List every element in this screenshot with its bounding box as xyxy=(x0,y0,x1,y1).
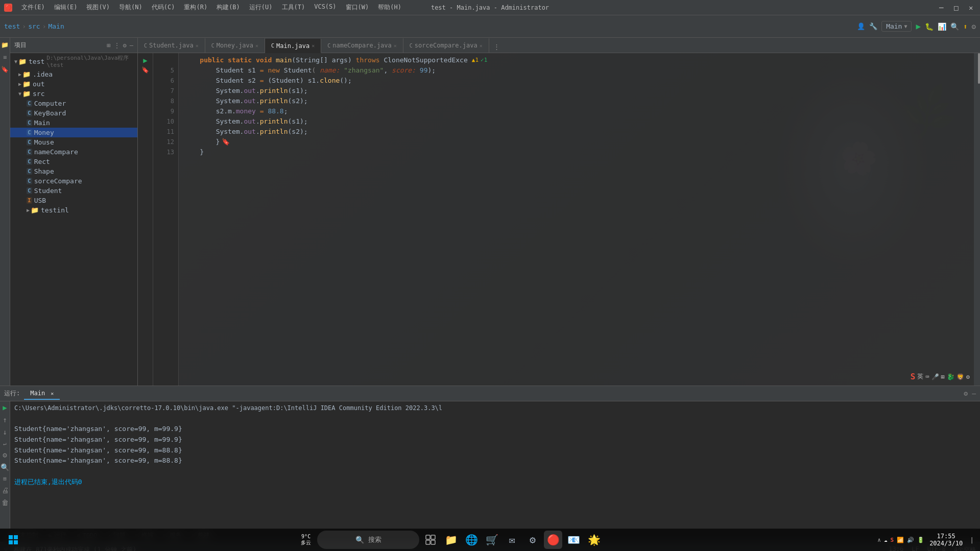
start-button[interactable] xyxy=(4,531,22,549)
breadcrumb-project[interactable]: test xyxy=(4,22,20,30)
bookmark-gutter-icon[interactable]: 🔖 xyxy=(141,66,149,74)
menu-run[interactable]: 运行(U) xyxy=(245,2,277,13)
run-tab[interactable]: Main ✕ xyxy=(24,388,60,400)
ime-icon4[interactable]: 🦁 xyxy=(957,373,964,380)
menu-build[interactable]: 构建(B) xyxy=(212,2,244,13)
run-button[interactable]: ▶ xyxy=(916,21,921,31)
tree-item-keyboard[interactable]: C KeyBoard xyxy=(10,108,137,118)
sidebar-action-gear[interactable]: ⚙ xyxy=(123,42,127,49)
taskbar-mail[interactable]: ✉ xyxy=(503,531,521,549)
debug-button[interactable]: 🐛 xyxy=(925,22,934,31)
breadcrumb-src[interactable]: src xyxy=(28,22,40,30)
tray-speaker[interactable]: 🔊 xyxy=(907,537,914,543)
tray-ime[interactable]: S xyxy=(891,537,894,543)
tree-item-usb[interactable]: I USB xyxy=(10,196,137,205)
tab-close-icon[interactable]: ✕ xyxy=(51,391,54,396)
menu-view[interactable]: 视图(V) xyxy=(82,2,114,13)
code-content[interactable]: public static void main(String[] args) t… xyxy=(179,53,974,386)
tree-item-test[interactable]: ▼ 📁 test D:\personal\Java\Java程序\test xyxy=(10,53,137,69)
tree-item-main[interactable]: C Main xyxy=(10,118,137,128)
ime-mic[interactable]: 🎤 xyxy=(931,373,939,380)
sidebar-action-minimize[interactable]: — xyxy=(130,42,133,49)
structure-icon[interactable]: ≡ xyxy=(2,52,8,62)
menu-vcs[interactable]: VCS(S) xyxy=(310,2,340,13)
tray-battery[interactable]: 🔋 xyxy=(917,537,924,543)
tree-item-out[interactable]: ▶ 📁 out xyxy=(10,79,137,89)
taskview-button[interactable] xyxy=(421,531,440,549)
settings-button[interactable]: ⚙ xyxy=(3,451,7,459)
tab-sorcecompare[interactable]: C sorceCompare.java ✕ xyxy=(403,38,489,53)
scroll-up-button[interactable]: ↑ xyxy=(3,416,7,424)
tree-item-money[interactable]: C Money xyxy=(10,128,137,137)
toolbar-icon2[interactable]: 🔧 xyxy=(869,22,877,30)
tab-namecompare[interactable]: C nameCompare.java ✕ xyxy=(321,38,403,53)
tab-close-icon[interactable]: ✕ xyxy=(394,43,397,49)
console-output[interactable]: C:\Users\Administrator\.jdks\corretto-17… xyxy=(10,401,980,529)
maximize-button[interactable]: □ xyxy=(954,4,961,11)
tree-item-rect[interactable]: C Rect xyxy=(10,157,137,166)
toolbar-icon1[interactable]: 👤 xyxy=(857,22,865,30)
ime-table[interactable]: ⊞ xyxy=(941,373,945,380)
filter-button[interactable]: 🔍 xyxy=(1,463,9,471)
tree-item-testinl[interactable]: ▶ 📁 testinl xyxy=(10,205,137,215)
rerun-button[interactable]: ▶ xyxy=(3,403,7,412)
ime-settings[interactable]: ⚙ xyxy=(966,373,970,380)
close-panel-icon[interactable]: — xyxy=(972,390,976,397)
tabs-overflow-button[interactable]: ⋮ xyxy=(489,41,504,53)
weather-widget[interactable]: 9°C 多云 xyxy=(297,531,315,549)
taskbar-search[interactable]: 🔍 搜索 xyxy=(317,531,419,549)
delete-button[interactable]: 🗑 xyxy=(2,498,9,507)
scrollbar-thumb[interactable] xyxy=(978,53,980,84)
tree-item-mouse[interactable]: C Mouse xyxy=(10,137,137,147)
ime-icon2[interactable]: ⌨ xyxy=(925,373,929,380)
tree-item-shape[interactable]: C Shape xyxy=(10,166,137,176)
code-editor[interactable]: ▶ 🔖 5 6 7 8 9 10 11 12 13 xyxy=(138,53,980,386)
taskbar-files[interactable]: 📁 xyxy=(442,531,460,549)
menu-window[interactable]: 窗口(W) xyxy=(342,2,373,13)
sidebar-action-layout[interactable]: ⊞ xyxy=(107,42,110,49)
tab-main[interactable]: C Main.java ✕ xyxy=(265,39,321,53)
update-button[interactable]: ⬆ xyxy=(963,22,967,31)
tree-item-src[interactable]: ▼ 📁 src xyxy=(10,89,137,99)
ime-icon[interactable]: S xyxy=(911,372,916,381)
tab-close-icon[interactable]: ✕ xyxy=(255,43,258,49)
minimize-button[interactable]: ─ xyxy=(939,4,946,11)
menu-file[interactable]: 文件(E) xyxy=(17,2,49,13)
system-clock[interactable]: 17:55 2024/3/10 xyxy=(926,532,966,548)
menu-edit[interactable]: 编辑(E) xyxy=(50,2,82,13)
project-icon[interactable]: 📁 xyxy=(0,40,10,50)
menu-refactor[interactable]: 重构(R) xyxy=(180,2,211,13)
tab-close-icon[interactable]: ✕ xyxy=(312,43,315,49)
coverage-button[interactable]: 📊 xyxy=(938,22,946,31)
menu-help[interactable]: 帮助(H) xyxy=(374,2,405,13)
taskbar-edge[interactable]: 🌐 xyxy=(462,531,481,549)
settings-button[interactable]: ⚙ xyxy=(972,22,976,31)
tray-cloud[interactable]: ☁ xyxy=(884,537,888,543)
tray-wifi[interactable]: 📶 xyxy=(897,537,904,543)
taskbar-icon-extra2[interactable]: 🌟 xyxy=(585,531,603,549)
show-desktop-button[interactable]: | xyxy=(968,536,976,544)
scroll-down-button[interactable]: ↓ xyxy=(3,428,7,436)
print-button[interactable]: 🖨 xyxy=(2,486,9,494)
bookmark-icon[interactable]: 🔖 xyxy=(0,64,10,75)
tab-close-icon[interactable]: ✕ xyxy=(480,43,483,49)
search-button[interactable]: 🔍 xyxy=(950,22,959,31)
taskbar-icon-extra1[interactable]: 📧 xyxy=(564,531,583,549)
wrap-lines-button[interactable]: ↵ xyxy=(3,440,7,447)
editor-scrollbar[interactable] xyxy=(974,53,980,386)
sidebar-action-settings[interactable]: ⋮ xyxy=(114,42,120,49)
menu-nav[interactable]: 导航(N) xyxy=(115,2,147,13)
tray-arrow[interactable]: ∧ xyxy=(877,537,881,543)
menu-code[interactable]: 代码(C) xyxy=(148,2,179,13)
run-config-selector[interactable]: Main ▼ xyxy=(881,21,912,32)
breadcrumb-main[interactable]: Main xyxy=(48,22,64,30)
menu-tools[interactable]: 工具(T) xyxy=(278,2,309,13)
tab-student[interactable]: C Student.java ✕ xyxy=(138,38,205,53)
run-in-gutter-icon[interactable]: ▶ xyxy=(143,56,147,64)
tree-item-idea[interactable]: ▶ 📁 .idea xyxy=(10,69,137,79)
ime-mode[interactable]: 英 xyxy=(917,372,923,381)
tree-item-computer[interactable]: C Computer xyxy=(10,99,137,108)
ime-icon3[interactable]: 🐉 xyxy=(947,373,954,380)
close-button[interactable]: ✕ xyxy=(969,4,976,11)
tab-close-icon[interactable]: ✕ xyxy=(196,43,199,49)
